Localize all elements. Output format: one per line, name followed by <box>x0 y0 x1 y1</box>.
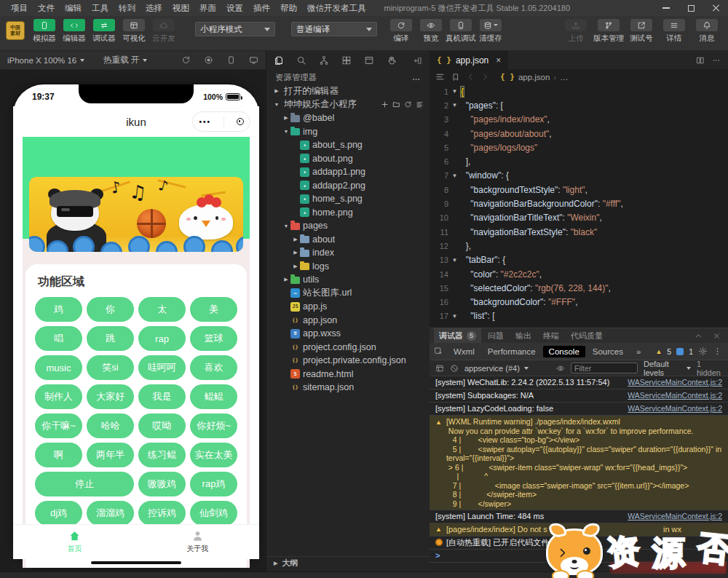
tree-item[interactable]: ▶index <box>266 246 430 260</box>
top-frame-icon[interactable] <box>435 364 444 373</box>
extensions-icon[interactable] <box>341 55 352 66</box>
tree-item[interactable]: ▶打开的编辑器 <box>266 84 430 98</box>
tree-item[interactable]: ▶utils <box>266 273 430 287</box>
mode-select[interactable]: 小程序模式 <box>195 22 275 36</box>
app-button[interactable]: 唱 <box>35 326 82 351</box>
minimize-capsule-icon[interactable] <box>237 118 244 125</box>
portrait-button[interactable] <box>226 55 236 65</box>
devtools-tab-sources[interactable]: Sources <box>587 346 629 357</box>
app-button[interactable]: 仙剑鸡 <box>190 501 237 526</box>
app-button[interactable]: 我是 <box>138 384 186 409</box>
context-select[interactable]: appservice (#4) <box>464 364 550 373</box>
code-lines[interactable]: 1▼{2▼ "pages": [3 "pages/index/index",4 … <box>430 84 728 323</box>
app-button[interactable]: 哇呵呵 <box>138 355 186 380</box>
tree-item[interactable]: ▴addapp2.png <box>266 179 430 193</box>
inspect-element-button[interactable] <box>434 347 443 356</box>
tree-item[interactable]: {}sitemap.json <box>266 381 430 395</box>
more-icon[interactable]: ••• <box>199 118 211 126</box>
app-button[interactable]: music <box>35 355 82 380</box>
tree-item[interactable]: {}project.config.json <box>266 341 430 355</box>
tab-app-json[interactable]: { } app.json × <box>430 51 509 69</box>
tree-item[interactable]: ▴home_s.png <box>266 192 430 206</box>
tree-item[interactable]: ▶@babel <box>266 111 430 125</box>
debugger-tab[interactable]: 输出 <box>510 328 537 343</box>
tree-item[interactable]: —站长图库.url <box>266 287 430 301</box>
hot-reload-select[interactable]: 热重载 开 <box>103 55 147 66</box>
app-button[interactable]: 两年半 <box>87 443 134 467</box>
more-actions-button[interactable] <box>712 56 721 65</box>
close-debugger-button[interactable] <box>713 332 721 340</box>
tree-item[interactable]: {}app.json <box>266 314 430 328</box>
devtools-tab-»[interactable]: » <box>630 346 646 357</box>
source-control-icon[interactable] <box>319 55 329 66</box>
debugger-tab[interactable]: 调试器5 <box>434 328 481 343</box>
app-button[interactable]: 啊 <box>35 443 82 467</box>
tree-item[interactable]: ≡app.wxss <box>266 327 430 341</box>
app-button[interactable]: 控诉鸡 <box>138 501 186 526</box>
devtools-tab-wxml[interactable]: Wxml <box>448 346 480 357</box>
compile-button[interactable]: 编译 <box>389 19 414 44</box>
menu-item[interactable]: 转到 <box>114 3 141 14</box>
device-select[interactable]: iPhone X 100% 16 <box>7 56 84 65</box>
menu-item[interactable]: 帮助 <box>275 3 302 14</box>
simulator-button[interactable]: 模拟器 <box>32 19 57 44</box>
app-button[interactable]: 鸡 <box>35 297 82 322</box>
tree-item[interactable]: ▶about <box>266 233 430 247</box>
menu-item[interactable]: 选择 <box>141 3 167 14</box>
compile-select[interactable]: 普通编译 <box>291 22 377 36</box>
console-source-link[interactable]: WAServiceMainContext.js:2 <box>622 390 722 401</box>
fold-icon[interactable]: ▼ <box>452 88 458 95</box>
maximize-button[interactable] <box>678 0 703 16</box>
tree-item[interactable]: ▼pages <box>266 219 430 233</box>
files-icon[interactable] <box>274 55 284 66</box>
app-button[interactable]: 你好烦~ <box>190 413 237 438</box>
desktop-button[interactable] <box>249 55 258 65</box>
fold-icon[interactable]: ▼ <box>452 173 458 179</box>
devtools-tab-console[interactable]: Console <box>543 346 585 357</box>
levels-select[interactable]: Default levels <box>644 360 691 377</box>
real-device-debug-button[interactable]: 真机调试 <box>448 19 473 44</box>
visualization-button[interactable]: 可视化 <box>122 19 146 44</box>
filter-input[interactable] <box>571 363 638 373</box>
breadcrumb[interactable]: { } app.json › … <box>500 72 569 82</box>
app-button[interactable]: dj鸡 <box>35 501 82 526</box>
more-icon[interactable]: … <box>412 73 421 82</box>
menu-item[interactable]: 插件 <box>248 3 275 14</box>
console-prompt[interactable]: > <box>430 550 728 563</box>
app-button[interactable]: 篮球 <box>190 326 237 351</box>
collapse-debugger-button[interactable] <box>695 332 703 340</box>
details-button[interactable]: 详情 <box>662 19 687 44</box>
app-button[interactable]: 美 <box>190 297 237 322</box>
messages-button[interactable]: 消息 <box>695 19 719 44</box>
tree-item[interactable]: ▴home.png <box>266 206 430 220</box>
tree-item[interactable]: ▴about_s.png <box>266 138 430 152</box>
tree-item[interactable]: JSapp.js <box>266 300 430 314</box>
menu-item[interactable]: 界面 <box>194 3 221 14</box>
split-editor-button[interactable] <box>696 56 705 65</box>
menu-item[interactable]: 微信开发者工具 <box>302 3 371 14</box>
app-button[interactable]: rap <box>138 326 186 351</box>
app-button[interactable]: 跳 <box>87 326 134 351</box>
tree-item[interactable]: ▼坤坤娱乐盒小程序 <box>266 98 430 112</box>
app-button[interactable]: 溜溜鸡 <box>87 501 134 526</box>
minimize-button[interactable] <box>654 0 678 16</box>
tree-item[interactable]: ▶logs <box>266 260 430 274</box>
settings-gear-icon[interactable] <box>698 347 708 356</box>
app-button[interactable]: 你干嘛~ <box>35 413 82 438</box>
refresh-button[interactable] <box>404 100 412 108</box>
tree-item[interactable]: ▼img <box>266 125 430 139</box>
menu-item[interactable]: 视图 <box>167 3 194 14</box>
rotate-button[interactable] <box>181 55 191 65</box>
tree-item[interactable]: ▴addapp1.png <box>266 165 430 179</box>
avatar[interactable]: 中国素材 <box>6 21 25 40</box>
menu-item[interactable]: 编辑 <box>60 3 87 14</box>
tab-home[interactable]: 首页 <box>13 525 136 559</box>
hand-icon[interactable] <box>387 55 397 66</box>
editor-button[interactable]: 编辑器 <box>62 19 87 44</box>
outline-list-icon[interactable] <box>435 72 445 82</box>
tree-item[interactable]: {}project.private.config.json <box>266 354 430 368</box>
app-button[interactable]: 制作人 <box>35 384 82 409</box>
back-icon[interactable] <box>467 73 475 81</box>
console-source-link[interactable]: WAServiceMainContext.js:2 <box>622 511 722 522</box>
app-button[interactable]: 大家好 <box>87 384 134 409</box>
